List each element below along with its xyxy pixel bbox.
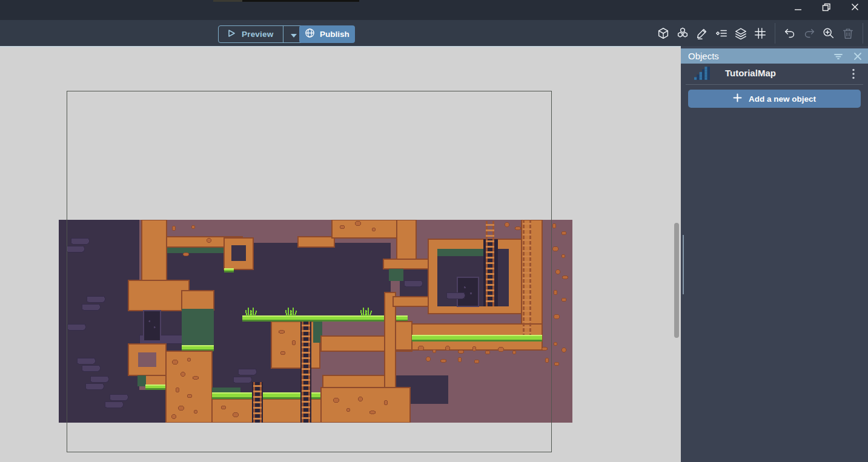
- preview-button[interactable]: Preview: [218, 25, 304, 43]
- play-icon: [227, 28, 236, 41]
- kebab-menu-icon[interactable]: [847, 67, 860, 81]
- minimize-window-button[interactable]: [784, 0, 812, 20]
- objects-panel-title: Objects: [688, 51, 719, 61]
- zoom-in-icon[interactable]: [821, 26, 836, 41]
- plus-icon: [733, 93, 742, 105]
- instances-list-icon[interactable]: [714, 26, 729, 41]
- scene-editor-canvas[interactable]: [0, 46, 681, 462]
- toolbar-separator: [775, 23, 775, 44]
- trash-icon: [841, 26, 855, 41]
- toolbar-icon-group: [656, 20, 868, 46]
- objects-list-icon[interactable]: [656, 26, 671, 41]
- titlebar-strip-dark: [242, 0, 359, 2]
- panel-scrollbar[interactable]: [683, 235, 684, 294]
- titlebar: [0, 0, 868, 20]
- globe-icon: [305, 28, 315, 41]
- close-window-button[interactable]: [841, 0, 868, 20]
- chevron-down-icon: [291, 29, 297, 40]
- add-object-button-label: Add a new object: [749, 94, 816, 104]
- objects-panel-header-icons: [833, 48, 863, 64]
- filter-icon[interactable]: [833, 51, 844, 62]
- toolbar: Preview Publish: [0, 20, 868, 46]
- object-list-item[interactable]: TutorialMap: [681, 64, 868, 84]
- redo-icon: [802, 26, 817, 41]
- titlebar-strip: [213, 0, 242, 2]
- tilemap-instance[interactable]: [59, 220, 572, 423]
- object-groups-icon[interactable]: [675, 26, 690, 41]
- close-icon[interactable]: [852, 51, 863, 62]
- objects-panel: Objects TutorialMap: [681, 46, 868, 462]
- undo-icon[interactable]: [783, 26, 797, 41]
- grid-icon[interactable]: [753, 26, 767, 41]
- layers-icon[interactable]: [734, 26, 748, 41]
- edit-properties-icon[interactable]: [695, 26, 709, 41]
- list-divider: [686, 84, 863, 85]
- restore-window-button[interactable]: [812, 0, 840, 20]
- add-object-button[interactable]: Add a new object: [688, 90, 861, 108]
- publish-button-label: Publish: [320, 30, 350, 39]
- app-window: Preview Publish Objects: [0, 0, 868, 462]
- objects-panel-header: Objects: [681, 48, 868, 64]
- preview-button-label: Preview: [242, 30, 273, 39]
- publish-button[interactable]: Publish: [299, 25, 355, 43]
- canvas-vertical-scrollbar[interactable]: [674, 223, 679, 338]
- preview-button-main[interactable]: Preview: [219, 26, 283, 42]
- toolbar-separator: [863, 23, 863, 44]
- object-name: TutorialMap: [725, 68, 776, 78]
- canvas-top-separator: [0, 46, 681, 47]
- tilemap-icon: [694, 66, 710, 81]
